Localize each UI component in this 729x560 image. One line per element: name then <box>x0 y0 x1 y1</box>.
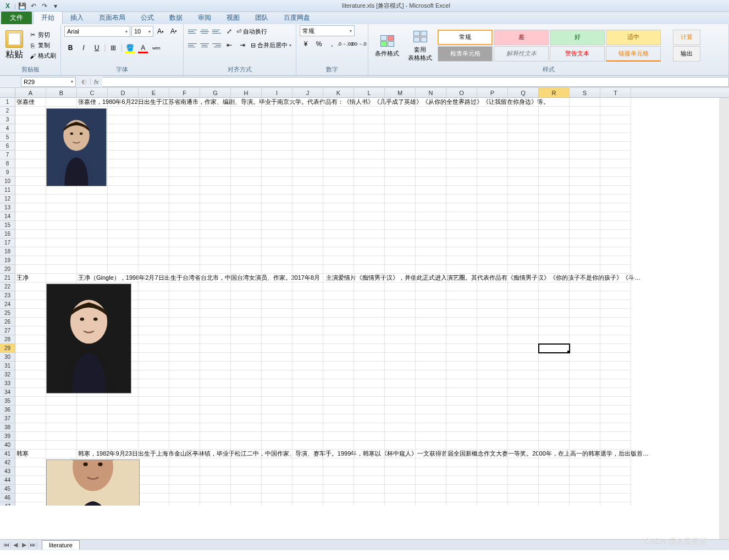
cell-N29[interactable] <box>416 344 446 353</box>
cell-R41[interactable] <box>539 450 570 458</box>
cell-F43[interactable] <box>169 467 200 476</box>
cell-F5[interactable] <box>169 133 200 142</box>
cell-M41[interactable] <box>385 450 416 458</box>
cell-P18[interactable] <box>477 247 508 256</box>
cell-L39[interactable] <box>354 432 385 441</box>
cell-R10[interactable] <box>539 177 570 186</box>
cell-H2[interactable] <box>231 107 262 115</box>
embedded-image-0[interactable] <box>46 108 107 186</box>
cell-S13[interactable] <box>570 203 600 212</box>
row-header-13[interactable]: 13 <box>0 203 15 212</box>
cell-G7[interactable] <box>200 151 231 159</box>
cell-N4[interactable] <box>416 124 446 133</box>
cell-G16[interactable] <box>200 230 231 239</box>
cell-Q2[interactable] <box>508 107 539 115</box>
cell-A42[interactable] <box>15 458 46 467</box>
cell-Q40[interactable] <box>508 441 539 450</box>
cell-I5[interactable] <box>262 133 292 142</box>
cell-P38[interactable] <box>477 423 508 432</box>
cell-R5[interactable] <box>539 133 570 142</box>
cell-K16[interactable] <box>323 230 354 239</box>
border-button[interactable]: ⊞ <box>107 42 119 54</box>
cell-Q33[interactable] <box>508 379 539 388</box>
cell-F41[interactable] <box>169 450 200 458</box>
cell-O43[interactable] <box>446 467 477 476</box>
cell-R29[interactable] <box>539 344 570 353</box>
cell-Q18[interactable] <box>508 247 539 256</box>
cell-E5[interactable] <box>139 133 169 142</box>
cell-S1[interactable] <box>570 98 600 107</box>
cell-I38[interactable] <box>262 423 292 432</box>
col-header-J[interactable]: J <box>292 88 323 97</box>
cell-S4[interactable] <box>570 124 600 133</box>
cell-M13[interactable] <box>385 203 416 212</box>
cell-T7[interactable] <box>600 151 631 159</box>
cell-N18[interactable] <box>416 247 446 256</box>
cell-S44[interactable] <box>570 476 600 485</box>
cell-M38[interactable] <box>385 423 416 432</box>
style-neutral[interactable]: 适中 <box>606 30 661 45</box>
cell-styles-gallery[interactable]: 常规 差 好 适中 检查单元格 解释性文本 警告文本 链接单元格 <box>438 30 669 62</box>
cell-O24[interactable] <box>446 300 477 309</box>
cell-A38[interactable] <box>15 423 46 432</box>
cell-F47[interactable] <box>169 502 200 506</box>
cell-A20[interactable] <box>15 265 46 274</box>
cell-Q9[interactable] <box>508 168 539 177</box>
cell-L5[interactable] <box>354 133 385 142</box>
cell-J13[interactable] <box>292 203 323 212</box>
cell-H3[interactable] <box>231 115 262 124</box>
cut-button[interactable]: ✂剪切 <box>27 30 57 40</box>
cell-N31[interactable] <box>416 362 446 370</box>
cell-B35[interactable] <box>46 397 77 406</box>
cell-K27[interactable] <box>323 326 354 335</box>
cell-N5[interactable] <box>416 133 446 142</box>
cell-A44[interactable] <box>15 476 46 485</box>
cells-area[interactable]: 张嘉佳张嘉佳，1980年6月22日出生于江苏省南通市，作家、编剧、导演。毕业于南… <box>15 98 729 506</box>
cell-Q34[interactable] <box>508 388 539 397</box>
cell-I26[interactable] <box>262 318 292 326</box>
cell-O38[interactable] <box>446 423 477 432</box>
cell-F25[interactable] <box>169 309 200 318</box>
save-icon[interactable]: 💾 <box>18 2 27 10</box>
cell-S29[interactable] <box>570 344 600 353</box>
cell-B16[interactable] <box>46 230 77 239</box>
cell-R20[interactable] <box>539 265 570 274</box>
cell-F35[interactable] <box>169 397 200 406</box>
cell-A13[interactable] <box>15 203 46 212</box>
cell-D10[interactable] <box>108 177 139 186</box>
cell-F16[interactable] <box>169 230 200 239</box>
cell-A7[interactable] <box>15 151 46 159</box>
cell-Q32[interactable] <box>508 370 539 379</box>
cell-C37[interactable] <box>77 414 108 423</box>
cell-I39[interactable] <box>262 432 292 441</box>
cell-J17[interactable] <box>292 239 323 247</box>
cell-J36[interactable] <box>292 406 323 414</box>
cell-E19[interactable] <box>139 256 169 265</box>
cell-E9[interactable] <box>139 168 169 177</box>
cell-J41[interactable] <box>292 450 323 458</box>
row-header-28[interactable]: 28 <box>0 335 15 344</box>
col-header-S[interactable]: S <box>570 88 600 97</box>
cell-D9[interactable] <box>108 168 139 177</box>
cell-M2[interactable] <box>385 107 416 115</box>
col-header-M[interactable]: M <box>385 88 416 97</box>
cell-S42[interactable] <box>570 458 600 467</box>
cell-F39[interactable] <box>169 432 200 441</box>
cell-S38[interactable] <box>570 423 600 432</box>
cell-A41[interactable]: 韩寒 <box>15 450 46 458</box>
cell-T43[interactable] <box>600 467 631 476</box>
cell-T6[interactable] <box>600 142 631 151</box>
cell-I10[interactable] <box>262 177 292 186</box>
cell-E39[interactable] <box>139 432 169 441</box>
cell-R4[interactable] <box>539 124 570 133</box>
cell-O44[interactable] <box>446 476 477 485</box>
cell-Q23[interactable] <box>508 291 539 300</box>
cell-N37[interactable] <box>416 414 446 423</box>
cell-N24[interactable] <box>416 300 446 309</box>
cell-S30[interactable] <box>570 353 600 362</box>
cell-T4[interactable] <box>600 124 631 133</box>
cell-A24[interactable] <box>15 300 46 309</box>
cell-L15[interactable] <box>354 221 385 230</box>
cell-Q39[interactable] <box>508 432 539 441</box>
cell-Q42[interactable] <box>508 458 539 467</box>
